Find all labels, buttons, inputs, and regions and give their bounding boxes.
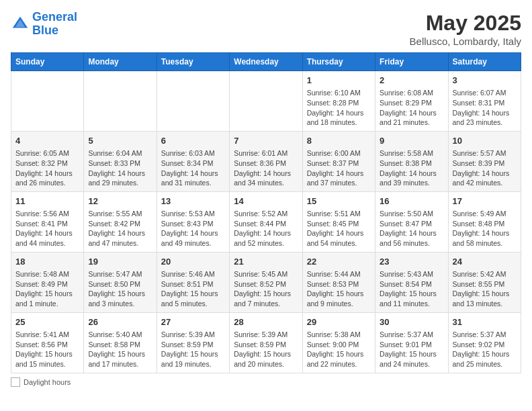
calendar-cell: 7Sunrise: 6:01 AM Sunset: 8:36 PM Daylig… [230,131,302,191]
day-info: Sunrise: 5:48 AM Sunset: 8:49 PM Dayligh… [15,269,79,309]
day-info: Sunrise: 5:37 AM Sunset: 9:01 PM Dayligh… [380,330,443,369]
day-number: 19 [88,256,152,268]
day-info: Sunrise: 6:03 AM Sunset: 8:34 PM Dayligh… [161,148,225,188]
main-title: May 2025 [410,11,521,36]
day-info: Sunrise: 5:51 AM Sunset: 8:45 PM Dayligh… [307,209,371,248]
day-info: Sunrise: 5:40 AM Sunset: 8:58 PM Dayligh… [88,330,152,369]
day-info: Sunrise: 5:46 AM Sunset: 8:51 PM Dayligh… [161,269,225,309]
logo-text: General Blue [32,11,77,38]
calendar-cell: 3Sunrise: 6:07 AM Sunset: 8:31 PM Daylig… [448,71,521,132]
title-block: May 2025 Bellusco, Lombardy, Italy [410,11,521,47]
calendar-cell: 22Sunrise: 5:44 AM Sunset: 8:53 PM Dayli… [302,252,375,312]
day-info: Sunrise: 5:52 AM Sunset: 8:44 PM Dayligh… [234,209,298,248]
calendar-cell: 12Sunrise: 5:55 AM Sunset: 8:42 PM Dayli… [84,191,157,252]
calendar-cell [230,71,302,132]
calendar-cell: 20Sunrise: 5:46 AM Sunset: 8:51 PM Dayli… [157,252,229,312]
legend-daylight: Daylight hours [11,377,71,387]
day-number: 16 [380,195,443,208]
day-number: 6 [161,135,225,147]
day-info: Sunrise: 6:07 AM Sunset: 8:31 PM Dayligh… [453,88,517,128]
day-info: Sunrise: 5:37 AM Sunset: 9:02 PM Dayligh… [453,330,517,369]
day-number: 13 [161,195,225,208]
day-number: 20 [161,256,225,268]
day-number: 3 [453,75,517,87]
day-number: 12 [88,195,152,208]
day-number: 2 [380,75,443,87]
calendar-cell: 21Sunrise: 5:45 AM Sunset: 8:52 PM Dayli… [230,252,302,312]
day-number: 25 [15,316,79,328]
logo: General Blue [11,11,77,38]
day-number: 30 [380,316,443,328]
legend-box [11,377,20,387]
day-info: Sunrise: 5:53 AM Sunset: 8:43 PM Dayligh… [161,209,225,248]
day-info: Sunrise: 6:04 AM Sunset: 8:33 PM Dayligh… [88,148,152,188]
calendar-cell [84,71,157,132]
day-info: Sunrise: 6:08 AM Sunset: 8:29 PM Dayligh… [380,88,443,128]
subtitle: Bellusco, Lombardy, Italy [410,36,521,47]
day-info: Sunrise: 6:10 AM Sunset: 8:28 PM Dayligh… [307,88,371,128]
day-info: Sunrise: 5:39 AM Sunset: 8:59 PM Dayligh… [161,330,225,369]
logo-icon [11,15,30,34]
calendar-cell: 18Sunrise: 5:48 AM Sunset: 8:49 PM Dayli… [11,252,84,312]
logo-line2: Blue [32,24,58,37]
day-info: Sunrise: 5:58 AM Sunset: 8:38 PM Dayligh… [380,148,443,188]
day-info: Sunrise: 5:39 AM Sunset: 8:59 PM Dayligh… [234,330,298,369]
calendar-cell: 30Sunrise: 5:37 AM Sunset: 9:01 PM Dayli… [375,312,448,373]
calendar-cell: 27Sunrise: 5:39 AM Sunset: 8:59 PM Dayli… [157,312,229,373]
calendar-table: SundayMondayTuesdayWednesdayThursdayFrid… [11,52,521,373]
calendar-cell: 23Sunrise: 5:43 AM Sunset: 8:54 PM Dayli… [375,252,448,312]
dow-header-sunday: Sunday [11,53,84,71]
day-number: 11 [15,195,79,208]
calendar-cell: 24Sunrise: 5:42 AM Sunset: 8:55 PM Dayli… [448,252,521,312]
calendar-cell: 5Sunrise: 6:04 AM Sunset: 8:33 PM Daylig… [84,131,157,191]
day-info: Sunrise: 6:05 AM Sunset: 8:32 PM Dayligh… [15,148,79,188]
day-info: Sunrise: 5:49 AM Sunset: 8:48 PM Dayligh… [453,209,517,248]
calendar-cell: 31Sunrise: 5:37 AM Sunset: 9:02 PM Dayli… [448,312,521,373]
calendar-cell: 11Sunrise: 5:56 AM Sunset: 8:41 PM Dayli… [11,191,84,252]
dow-header-tuesday: Tuesday [157,53,229,71]
day-number: 17 [453,195,517,208]
calendar-cell [11,71,84,132]
day-info: Sunrise: 5:57 AM Sunset: 8:39 PM Dayligh… [453,148,517,188]
daylight-label: Daylight hours [24,378,71,386]
calendar-cell: 17Sunrise: 5:49 AM Sunset: 8:48 PM Dayli… [448,191,521,252]
day-number: 18 [15,256,79,268]
calendar-cell: 10Sunrise: 5:57 AM Sunset: 8:39 PM Dayli… [448,131,521,191]
calendar-cell: 4Sunrise: 6:05 AM Sunset: 8:32 PM Daylig… [11,131,84,191]
day-number: 21 [234,256,298,268]
day-number: 24 [453,256,517,268]
calendar-cell: 19Sunrise: 5:47 AM Sunset: 8:50 PM Dayli… [84,252,157,312]
logo-line1: General [32,10,77,24]
day-info: Sunrise: 5:38 AM Sunset: 9:00 PM Dayligh… [307,330,371,369]
dow-header-monday: Monday [84,53,157,71]
calendar-cell: 14Sunrise: 5:52 AM Sunset: 8:44 PM Dayli… [230,191,302,252]
day-info: Sunrise: 5:42 AM Sunset: 8:55 PM Dayligh… [453,269,517,309]
day-number: 29 [307,316,371,328]
day-number: 26 [88,316,152,328]
day-number: 4 [15,135,79,147]
page-header: General Blue May 2025 Bellusco, Lombardy… [11,11,521,47]
day-info: Sunrise: 5:56 AM Sunset: 8:41 PM Dayligh… [15,209,79,248]
calendar-cell: 1Sunrise: 6:10 AM Sunset: 8:28 PM Daylig… [302,71,375,132]
calendar-cell: 9Sunrise: 5:58 AM Sunset: 8:38 PM Daylig… [375,131,448,191]
day-number: 7 [234,135,298,147]
day-number: 9 [380,135,443,147]
day-number: 10 [453,135,517,147]
day-number: 14 [234,195,298,208]
dow-header-wednesday: Wednesday [230,53,302,71]
day-info: Sunrise: 5:41 AM Sunset: 8:56 PM Dayligh… [15,330,79,369]
calendar-cell: 8Sunrise: 6:00 AM Sunset: 8:37 PM Daylig… [302,131,375,191]
dow-header-thursday: Thursday [302,53,375,71]
calendar-cell: 2Sunrise: 6:08 AM Sunset: 8:29 PM Daylig… [375,71,448,132]
day-info: Sunrise: 5:45 AM Sunset: 8:52 PM Dayligh… [234,269,298,309]
calendar-cell: 13Sunrise: 5:53 AM Sunset: 8:43 PM Dayli… [157,191,229,252]
calendar-cell: 26Sunrise: 5:40 AM Sunset: 8:58 PM Dayli… [84,312,157,373]
day-number: 28 [234,316,298,328]
day-info: Sunrise: 5:47 AM Sunset: 8:50 PM Dayligh… [88,269,152,309]
dow-header-friday: Friday [375,53,448,71]
day-number: 15 [307,195,371,208]
day-number: 1 [307,75,371,87]
calendar-cell [157,71,229,132]
calendar-cell: 16Sunrise: 5:50 AM Sunset: 8:47 PM Dayli… [375,191,448,252]
day-number: 27 [161,316,225,328]
